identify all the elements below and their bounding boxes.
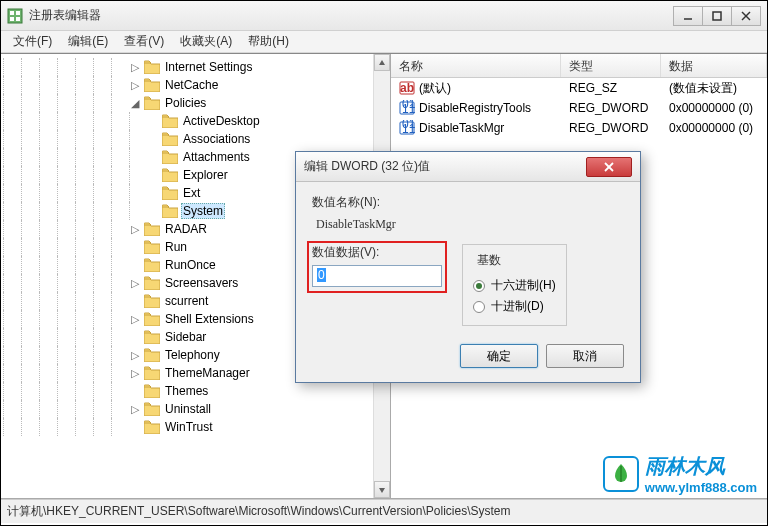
svg-rect-6 <box>713 12 721 20</box>
list-row[interactable]: 011110DisableTaskMgrREG_DWORD0x00000000 … <box>391 118 767 138</box>
col-name[interactable]: 名称 <box>391 54 561 77</box>
value-data: 0x00000000 (0) <box>661 121 767 135</box>
dialog-titlebar[interactable]: 编辑 DWORD (32 位)值 <box>296 152 640 182</box>
menu-file[interactable]: 文件(F) <box>5 31 60 52</box>
close-button[interactable] <box>731 6 761 26</box>
minimize-button[interactable] <box>673 6 703 26</box>
list-header: 名称 类型 数据 <box>391 54 767 78</box>
svg-text:110: 110 <box>402 122 415 136</box>
base-fieldset: 基数 十六进制(H) 十进制(D) <box>462 244 567 326</box>
col-type[interactable]: 类型 <box>561 54 661 77</box>
tree-label[interactable]: Policies <box>163 96 208 110</box>
col-data[interactable]: 数据 <box>661 54 767 77</box>
tree-item[interactable]: WinTrust <box>3 418 390 436</box>
tree-label[interactable]: Sidebar <box>163 330 208 344</box>
menu-edit[interactable]: 编辑(E) <box>60 31 116 52</box>
tree-label[interactable]: System <box>181 203 225 219</box>
watermark: 雨林木风 www.ylmf888.com <box>603 453 757 495</box>
value-name-label: 数值名称(N): <box>312 194 624 211</box>
radix-dec-radio[interactable]: 十进制(D) <box>473 298 556 315</box>
svg-rect-1 <box>10 11 14 15</box>
value-data-highlight: 数值数据(V): 0 <box>307 241 447 293</box>
value-type: REG_DWORD <box>561 101 661 115</box>
value-name: DisableRegistryTools <box>419 101 531 115</box>
tree-toggle[interactable]: ▷ <box>129 277 141 290</box>
value-type: REG_SZ <box>561 81 661 95</box>
tree-label[interactable]: Uninstall <box>163 402 213 416</box>
maximize-button[interactable] <box>702 6 732 26</box>
svg-text:ab: ab <box>400 81 414 95</box>
tree-label[interactable]: Internet Settings <box>163 60 254 74</box>
tree-item[interactable]: Themes <box>3 382 390 400</box>
tree-label[interactable]: RunOnce <box>163 258 218 272</box>
tree-item[interactable]: Associations <box>3 130 390 148</box>
tree-label[interactable]: WinTrust <box>163 420 215 434</box>
tree-item[interactable]: ActiveDesktop <box>3 112 390 130</box>
tree-label[interactable]: RADAR <box>163 222 209 236</box>
value-name: DisableTaskMgr <box>419 121 504 135</box>
svg-rect-3 <box>10 17 14 21</box>
tree-item[interactable]: ▷Uninstall <box>3 400 390 418</box>
value-name-field: DisableTaskMgr <box>312 215 624 234</box>
dialog-title: 编辑 DWORD (32 位)值 <box>304 158 586 175</box>
watermark-url: www.ylmf888.com <box>645 480 757 495</box>
window-title: 注册表编辑器 <box>29 7 674 24</box>
value-data: 0x00000000 (0) <box>661 101 767 115</box>
scroll-up-button[interactable] <box>374 54 390 71</box>
radio-icon <box>473 280 485 292</box>
list-row[interactable]: 011110DisableRegistryToolsREG_DWORD0x000… <box>391 98 767 118</box>
status-path: 计算机\HKEY_CURRENT_USER\Software\Microsoft… <box>7 503 510 520</box>
dialog-close-button[interactable] <box>586 157 632 177</box>
tree-toggle[interactable]: ▷ <box>129 313 141 326</box>
tree-item[interactable]: ▷Internet Settings <box>3 58 390 76</box>
tree-label[interactable]: scurrent <box>163 294 210 308</box>
tree-label[interactable]: ActiveDesktop <box>181 114 262 128</box>
tree-toggle[interactable]: ▷ <box>129 367 141 380</box>
cancel-button[interactable]: 取消 <box>546 344 624 368</box>
tree-item[interactable]: ▷NetCache <box>3 76 390 94</box>
tree-label[interactable]: Themes <box>163 384 210 398</box>
menu-favorites[interactable]: 收藏夹(A) <box>172 31 240 52</box>
value-data-label: 数值数据(V): <box>312 244 442 261</box>
tree-toggle[interactable]: ▷ <box>129 79 141 92</box>
tree-label[interactable]: Shell Extensions <box>163 312 256 326</box>
tree-label[interactable]: Associations <box>181 132 252 146</box>
svg-text:110: 110 <box>402 102 415 116</box>
tree-label[interactable]: Ext <box>181 186 202 200</box>
tree-toggle[interactable]: ▷ <box>129 349 141 362</box>
titlebar: 注册表编辑器 <box>1 1 767 31</box>
tree-label[interactable]: Run <box>163 240 189 254</box>
value-data-input[interactable]: 0 <box>312 265 442 287</box>
radio-icon <box>473 301 485 313</box>
statusbar: 计算机\HKEY_CURRENT_USER\Software\Microsoft… <box>1 499 767 523</box>
tree-item[interactable]: ◢Policies <box>3 94 390 112</box>
list-row[interactable]: ab(默认)REG_SZ(数值未设置) <box>391 78 767 98</box>
ok-button[interactable]: 确定 <box>460 344 538 368</box>
value-data: (数值未设置) <box>661 80 767 97</box>
tree-label[interactable]: NetCache <box>163 78 220 92</box>
menu-help[interactable]: 帮助(H) <box>240 31 297 52</box>
regedit-icon <box>7 8 23 24</box>
tree-label[interactable]: Attachments <box>181 150 252 164</box>
tree-toggle[interactable]: ▷ <box>129 223 141 236</box>
edit-dword-dialog: 编辑 DWORD (32 位)值 数值名称(N): DisableTaskMgr… <box>295 151 641 383</box>
tree-label[interactable]: Telephony <box>163 348 222 362</box>
svg-marker-9 <box>379 60 385 65</box>
svg-rect-4 <box>16 17 20 21</box>
tree-toggle[interactable]: ◢ <box>129 97 141 110</box>
menu-view[interactable]: 查看(V) <box>116 31 172 52</box>
menubar: 文件(F) 编辑(E) 查看(V) 收藏夹(A) 帮助(H) <box>1 31 767 53</box>
tree-label[interactable]: ThemeManager <box>163 366 252 380</box>
tree-label[interactable]: Explorer <box>181 168 230 182</box>
scroll-down-button[interactable] <box>374 481 390 498</box>
value-type: REG_DWORD <box>561 121 661 135</box>
tree-toggle[interactable]: ▷ <box>129 403 141 416</box>
svg-rect-2 <box>16 11 20 15</box>
value-name: (默认) <box>419 80 451 97</box>
tree-label[interactable]: Screensavers <box>163 276 240 290</box>
radix-hex-radio[interactable]: 十六进制(H) <box>473 277 556 294</box>
tree-toggle[interactable]: ▷ <box>129 61 141 74</box>
base-label: 基数 <box>473 252 505 269</box>
dialog-body: 数值名称(N): DisableTaskMgr 数值数据(V): 0 基数 十六… <box>296 182 640 382</box>
window-controls <box>674 6 761 26</box>
